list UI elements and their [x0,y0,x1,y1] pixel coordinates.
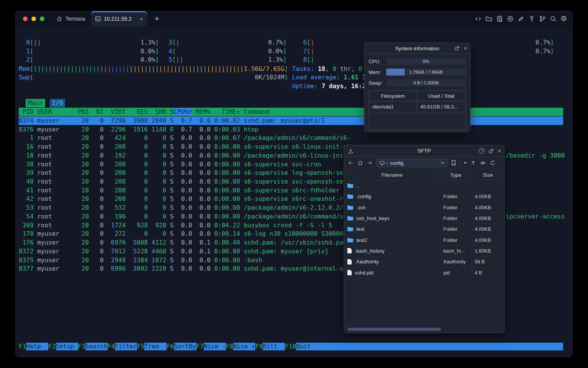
cpu-id: 2 [19,56,30,63]
file-row[interactable]: .sshFolder4.00KB [344,202,504,213]
filesystem-row[interactable]: /dev/vda145.61GB / 58.3... [369,102,466,112]
help-icon[interactable]: ? [479,148,485,154]
cell-user: myuser [37,239,70,246]
cell-gap [34,134,38,141]
filesystem-used-total: 45.61GB / 58.3... [417,102,466,112]
up-directory-icon[interactable] [470,160,476,166]
cell-cpu: 0.7 [174,117,192,124]
open-in-window-icon[interactable] [488,148,494,154]
fkey-action-F4[interactable]: Filter [115,343,137,350]
tab-io[interactable]: I/O [50,99,65,107]
cell-state: S [170,178,174,185]
cell-mem: 0 [126,178,148,185]
search-icon[interactable] [550,15,557,22]
fkey-action-F1[interactable]: Help [26,343,48,350]
mem-label: Mem [19,65,30,72]
tab-main[interactable]: Main [26,99,45,107]
cell-gap [34,178,38,185]
bookmark-caret-down-icon[interactable] [464,162,467,164]
cell-state: S [170,152,174,159]
fkey-action-F10[interactable]: Quit [296,343,563,350]
process-row[interactable]: 1 root 20 0 424 0 0 S 0.0 0.0 0:00.07 /p… [19,134,563,142]
file-name: ssh_host_keys [356,215,389,221]
filename-column-header[interactable]: Filename [344,169,440,180]
fkey-action-F6[interactable]: SortBy [174,343,196,350]
file-row[interactable]: .configFolder4.00KB [344,191,504,202]
path-field[interactable]: › config [376,159,448,167]
new-tab-button[interactable]: + [150,11,163,26]
cell-mem: 0 [148,213,166,220]
key-icon[interactable] [528,15,535,22]
fkey-action-F8[interactable]: Nice + [233,343,255,350]
keychain-icon[interactable] [539,15,546,22]
cell-gap [166,169,170,176]
cell-mempct: 0.0 [192,161,211,168]
close-icon[interactable]: × [498,148,501,154]
home-icon[interactable] [357,160,363,166]
file-row[interactable]: .. [344,181,504,191]
cell-user: root [37,143,70,150]
cell-mem-hi: 7 [104,117,115,124]
file-row[interactable]: test2Folder4.00KB [344,235,504,245]
type-column-header[interactable]: Type [440,169,472,180]
home-tab[interactable]: Termora [52,11,89,26]
forward-icon[interactable] [367,160,373,166]
zoom-window-button[interactable] [40,16,44,21]
refresh-icon[interactable] [490,160,496,166]
cell-pri: 20 [70,178,89,185]
meter-pipe: | [310,48,314,55]
terminal-tab[interactable]: 10.211.55.2 × [91,11,147,26]
fkey-action-F5[interactable]: Tree [144,343,167,350]
process-row[interactable]: 8376 myuser 20 0 2296 1916 1148 R 0.7 0.… [19,125,563,134]
cell-pid: 54 [19,213,34,220]
file-row[interactable]: ssh_host_keysFolder4.00KB [344,213,504,224]
settings-icon[interactable]: ⚙ [560,15,567,22]
meter-pipe: |||||||||||||||||||| [34,65,108,72]
chevron-down-icon[interactable] [441,161,444,164]
process-row[interactable]: 8374 myuser 20 0 7296 3980 2840 S 0.7 0.… [19,117,563,125]
meter-space [183,56,268,63]
open-in-window-icon[interactable] [454,46,460,51]
file-name-cell: .ssh [344,202,440,213]
back-icon[interactable] [348,160,354,166]
sftp-titlebar: SFTP ? × [344,145,504,157]
close-tab-icon[interactable]: × [140,16,143,22]
horizontal-scrollbar[interactable] [347,328,441,331]
close-window-button[interactable] [23,16,28,21]
edit-icon[interactable] [518,15,524,22]
close-icon[interactable]: × [464,46,467,51]
meter-pipe: | [37,39,41,46]
folder-icon[interactable] [485,15,492,22]
sftp-table-header: Filename Type Size [344,169,504,181]
cell-command: s6-supervise svc-cron [240,161,321,168]
sessions-list-icon[interactable] [496,15,503,22]
record-icon[interactable] [507,15,514,22]
fkey-action-F7[interactable]: Nice - [204,343,226,350]
file-row[interactable]: testFolder4.00KB [344,224,504,235]
cell-gap [34,126,38,133]
file-row[interactable]: .XauthorityXauthority58 B [344,256,504,267]
cell-time: 0:00.03 [211,126,240,133]
bookmark-icon[interactable] [451,160,456,166]
fkey-action-F2[interactable]: Setup [56,343,78,350]
file-row[interactable]: sshd.pidpid4 B [344,267,504,278]
size-column-header[interactable]: Size [472,169,504,180]
terminal-tab-label: 10.211.55.2 [104,16,132,22]
show-hidden-eye-icon[interactable] [480,160,486,166]
minimize-window-button[interactable] [31,16,36,21]
code-icon[interactable] [475,15,482,22]
cell-pri: 20 [70,239,89,246]
cpu-id: 7 [292,48,307,55]
cell-pri: 20 [70,134,89,141]
sort-column-cpu[interactable]: CPU%▽ [174,108,192,115]
fkey-action-F9[interactable]: Kill [263,343,285,350]
file-row[interactable]: .bash_historybash_hi...1.60KB [344,246,504,256]
load-average-line: Load average: 1.61 1 [292,73,366,82]
tasks-line-part: 18 [318,65,325,72]
fkey-action-F3[interactable]: Search [85,343,108,350]
cell-user: root [37,213,70,220]
folder-icon [347,227,353,232]
cell-gap [34,187,38,194]
cell-mempct: 0.0 [192,126,211,133]
cell-time: 0:04.22 [211,222,240,229]
